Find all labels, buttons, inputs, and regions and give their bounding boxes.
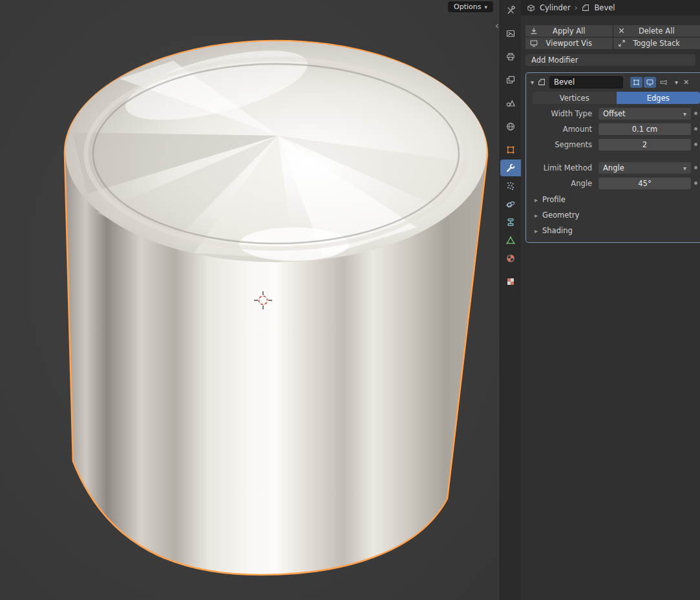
panel-expand-icon[interactable] bbox=[531, 78, 534, 87]
section-shading[interactable]: Shading bbox=[526, 223, 700, 238]
physics-icon bbox=[505, 199, 516, 209]
tab-scene[interactable] bbox=[500, 95, 521, 112]
segments-value: 2 bbox=[642, 140, 647, 149]
bevel-modifier-panel: Vertices Edges Width Type Offset Amount … bbox=[525, 72, 700, 243]
viewport-vis-button[interactable]: Viewport Vis bbox=[525, 37, 613, 49]
constraints-icon bbox=[505, 217, 516, 227]
limit-method-label: Limit Method bbox=[526, 163, 599, 172]
toggle-stack-button[interactable]: Toggle Stack bbox=[613, 37, 700, 49]
sidebar-collapse-arrow[interactable] bbox=[495, 21, 499, 30]
angle-slider[interactable]: 45° bbox=[599, 178, 691, 189]
animate-dot[interactable] bbox=[694, 127, 697, 130]
remove-modifier-button[interactable] bbox=[683, 78, 689, 87]
edges-label: Edges bbox=[647, 94, 670, 103]
render-icon bbox=[505, 28, 516, 39]
segments-label: Segments bbox=[526, 140, 599, 149]
geometry-section-label: Geometry bbox=[542, 211, 579, 220]
apply-all-label: Apply All bbox=[553, 26, 585, 36]
amount-slider[interactable]: 0.1 cm bbox=[599, 123, 691, 135]
object-icon bbox=[505, 145, 516, 155]
bevel-modifier-icon bbox=[537, 78, 546, 87]
breadcrumb-modifier-name[interactable]: Bevel bbox=[594, 3, 615, 12]
close-icon bbox=[617, 26, 626, 35]
texture-icon bbox=[505, 276, 516, 287]
tab-view-layer[interactable] bbox=[500, 72, 521, 88]
field-row-limit-method: Limit Method Angle bbox=[526, 161, 700, 174]
width-type-value: Offset bbox=[603, 109, 626, 118]
tab-world[interactable] bbox=[500, 118, 521, 135]
world-icon bbox=[505, 121, 516, 132]
monitor-icon bbox=[646, 78, 654, 87]
view-layer-icon bbox=[505, 75, 516, 85]
section-geometry[interactable]: Geometry bbox=[526, 207, 700, 223]
tab-particles[interactable] bbox=[500, 178, 521, 194]
tab-object[interactable] bbox=[500, 141, 521, 158]
breadcrumb-separator-icon: › bbox=[575, 3, 578, 12]
animate-dot[interactable] bbox=[694, 143, 697, 146]
amount-value: 0.1 cm bbox=[632, 125, 657, 134]
chevron-right-icon bbox=[535, 211, 538, 220]
particles-icon bbox=[505, 181, 516, 191]
toggle-stack-label: Toggle Stack bbox=[633, 39, 680, 48]
modifier-name-input[interactable] bbox=[549, 76, 623, 88]
realtime-display-toggle[interactable] bbox=[644, 77, 656, 88]
bevel-modifier-icon bbox=[581, 3, 590, 12]
chevron-down-icon bbox=[683, 109, 686, 118]
material-icon bbox=[505, 253, 516, 264]
object-data-icon bbox=[505, 235, 516, 245]
wrench-icon bbox=[505, 163, 516, 173]
blender-window: Options Cylinder › Bevel bbox=[0, 0, 700, 600]
animate-dot[interactable] bbox=[694, 112, 697, 115]
tab-render[interactable] bbox=[500, 25, 521, 42]
delete-all-label: Delete All bbox=[639, 26, 675, 36]
field-row-width-type: Width Type Offset bbox=[526, 107, 700, 120]
tab-output[interactable] bbox=[500, 48, 521, 65]
breadcrumb-object-name[interactable]: Cylinder bbox=[540, 3, 571, 12]
width-type-dropdown[interactable]: Offset bbox=[599, 108, 691, 119]
animate-dot[interactable] bbox=[694, 181, 697, 185]
options-label: Options bbox=[454, 3, 481, 11]
delete-all-button[interactable]: Delete All bbox=[613, 25, 700, 37]
properties-editor: Cylinder › Bevel Apply All Delete All Vi… bbox=[521, 0, 700, 600]
section-profile[interactable]: Profile bbox=[526, 192, 700, 207]
output-icon bbox=[505, 52, 516, 62]
profile-section-label: Profile bbox=[542, 195, 566, 204]
vertices-label: Vertices bbox=[560, 94, 589, 103]
viewport-options-button[interactable]: Options bbox=[448, 1, 493, 12]
limit-method-dropdown[interactable]: Angle bbox=[599, 162, 691, 174]
expand-arrows-icon bbox=[617, 39, 626, 48]
limit-method-value: Angle bbox=[603, 163, 624, 172]
apply-all-button[interactable]: Apply All bbox=[525, 25, 613, 37]
render-display-toggle[interactable] bbox=[657, 77, 670, 88]
cube-icon bbox=[526, 3, 536, 13]
camera-icon bbox=[659, 78, 668, 87]
tab-tool[interactable] bbox=[500, 2, 521, 19]
modifier-extras-menu[interactable] bbox=[675, 78, 678, 87]
tab-texture[interactable] bbox=[500, 273, 521, 290]
modifier-actions: Apply All Delete All Viewport Vis Toggle… bbox=[525, 25, 700, 49]
segments-slider[interactable]: 2 bbox=[599, 139, 691, 150]
field-row-angle: Angle 45° bbox=[526, 176, 700, 190]
viewport-vis-label: Viewport Vis bbox=[546, 39, 592, 48]
tab-material[interactable] bbox=[500, 250, 521, 267]
add-modifier-label: Add Modifier bbox=[531, 56, 578, 65]
3d-viewport[interactable]: Options bbox=[0, 0, 500, 600]
scene-icon bbox=[505, 98, 516, 109]
tab-object-data[interactable] bbox=[500, 232, 521, 249]
tab-vertices[interactable]: Vertices bbox=[533, 92, 617, 104]
tab-constraints[interactable] bbox=[500, 214, 521, 231]
add-modifier-button[interactable]: Add Modifier bbox=[525, 54, 695, 66]
viewport-scene bbox=[0, 0, 500, 600]
chevron-right-icon bbox=[535, 226, 538, 235]
apply-download-icon bbox=[529, 26, 538, 36]
shading-section-label: Shading bbox=[542, 226, 573, 235]
display-toggles bbox=[630, 77, 670, 88]
tab-physics[interactable] bbox=[500, 196, 521, 212]
tab-edges[interactable]: Edges bbox=[617, 92, 700, 104]
tab-modifiers[interactable] bbox=[500, 160, 521, 176]
angle-value: 45° bbox=[638, 179, 651, 188]
chevron-right-icon bbox=[535, 195, 538, 204]
width-type-label: Width Type bbox=[526, 109, 599, 118]
animate-dot[interactable] bbox=[694, 166, 697, 169]
edit-mode-toggle[interactable] bbox=[630, 77, 642, 88]
